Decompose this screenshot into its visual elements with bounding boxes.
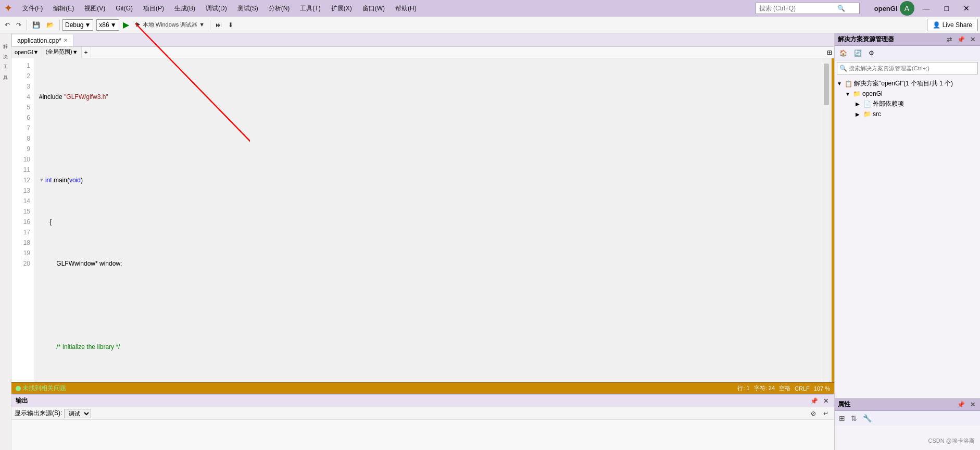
editor-scrollbar[interactable]	[823, 58, 829, 382]
menu-edit[interactable]: 编辑(E)	[49, 2, 78, 15]
user-avatar[interactable]: A	[900, 1, 914, 16]
menu-project[interactable]: 项目(P)	[139, 2, 168, 15]
ext-expand-icon[interactable]: ▶	[856, 101, 862, 107]
se-tb-home[interactable]: 🏠	[837, 48, 850, 58]
project-expand-icon[interactable]: ▼	[845, 91, 851, 97]
solution-icon: 📋	[845, 80, 852, 88]
close-button[interactable]: ✕	[957, 0, 976, 17]
menu-file[interactable]: 文件(F)	[18, 2, 47, 15]
line-num-19: 19	[16, 248, 30, 258]
menu-analyze[interactable]: 分析(N)	[265, 2, 294, 15]
properties-pin-btn[interactable]: 📌	[956, 401, 966, 409]
tb-sep2	[59, 20, 60, 30]
sidebar-icon-3[interactable]: 工	[1, 56, 10, 66]
solution-search-input[interactable]	[849, 65, 975, 71]
breadcrumb-scope1-label: openGl	[15, 49, 33, 55]
run-button[interactable]: ▶	[120, 18, 132, 31]
live-share-button[interactable]: 👤 Live Share	[927, 19, 978, 31]
breadcrumb-action1[interactable]: ⊞	[825, 47, 834, 58]
left-sidebar: 解 决 工 具	[0, 33, 11, 450]
se-sync-btn[interactable]: ⇄	[945, 35, 953, 44]
sidebar-icon-1[interactable]: 解	[1, 35, 10, 45]
platform-dropdown[interactable]: x86 ▼	[96, 19, 119, 31]
tree-item-project[interactable]: ▼ 📁 openGl	[835, 89, 980, 98]
code-area: 1 2 3 4 5 6 7 8 9 10 11 12 13 14 15 16 1	[11, 58, 834, 382]
logo-icon: ✦	[4, 3, 12, 14]
menu-git[interactable]: Git(G)	[111, 3, 137, 14]
se-tb-refresh[interactable]: 🔄	[851, 48, 864, 58]
fold-icon-3[interactable]: ▼	[39, 175, 44, 185]
status-dot	[16, 386, 21, 391]
project-label: openGl	[862, 90, 883, 97]
debug-config-label: Debug	[65, 21, 83, 29]
tree-item-src[interactable]: ▶ 📁 src	[835, 109, 980, 119]
menu-debug[interactable]: 调试(D)	[202, 2, 231, 15]
breadcrumb-add[interactable]: +	[82, 47, 91, 58]
tb-undo[interactable]: ↶	[2, 20, 12, 30]
output-source-label: 显示输出来源(S):	[15, 409, 62, 418]
menu-tools[interactable]: 工具(T)	[296, 2, 324, 15]
line-num-6: 6	[16, 113, 30, 123]
se-pin-btn[interactable]: 📌	[956, 35, 966, 44]
output-wrap-btn[interactable]: ↵	[821, 408, 831, 419]
tb-save[interactable]: 💾	[30, 20, 43, 30]
tb-sep3	[210, 20, 210, 30]
maximize-button[interactable]: □	[938, 0, 955, 17]
line-numbers: 1 2 3 4 5 6 7 8 9 10 11 12 13 14 15 16 1	[11, 58, 35, 382]
solution-expand-icon[interactable]: ▼	[837, 81, 843, 86]
prop-filter-btn[interactable]: 🔧	[861, 414, 874, 423]
output-pin-icon[interactable]: 📌	[809, 397, 820, 405]
tab-close-icon[interactable]: ✕	[64, 38, 68, 43]
menu-test[interactable]: 测试(S)	[233, 2, 262, 15]
sidebar-icon-4[interactable]: 具	[1, 67, 10, 76]
output-source-select[interactable]: 调试	[64, 409, 91, 418]
tree-item-external-deps[interactable]: ▶ 📄 外部依赖项	[835, 98, 980, 109]
tab-label: application.cpp*	[17, 37, 61, 44]
line-num-1: 1	[16, 60, 30, 71]
prop-sort-btn[interactable]: ⇅	[849, 414, 859, 423]
tab-application-cpp[interactable]: application.cpp* ✕	[11, 34, 73, 46]
tree-item-solution[interactable]: ▼ 📋 解决方案"openGl"(1 个项目/共 1 个)	[835, 78, 980, 89]
global-search[interactable]: 🔍	[756, 3, 860, 14]
menu-ext[interactable]: 扩展(X)	[327, 2, 356, 15]
breadcrumb-scope2-label: (全局范围)	[45, 48, 72, 56]
tb-redo[interactable]: ↷	[14, 20, 24, 30]
tb-step-over[interactable]: ⏭	[213, 20, 224, 30]
code-line-2	[39, 133, 819, 144]
line-num-20: 20	[16, 258, 30, 269]
menu-view[interactable]: 视图(V)	[80, 2, 109, 15]
solution-label: 解决方案"openGl"(1 个项目/共 1 个)	[854, 79, 953, 88]
properties-close-btn[interactable]: ✕	[969, 401, 977, 409]
output-clear-btn[interactable]: ⊘	[808, 408, 819, 419]
menu-build[interactable]: 生成(B)	[170, 2, 199, 15]
tb-open[interactable]: 📂	[44, 20, 57, 30]
tb-step-in[interactable]: ⬇	[225, 20, 236, 30]
src-expand-icon[interactable]: ▶	[856, 111, 862, 117]
output-close-icon[interactable]: ✕	[822, 397, 830, 405]
breadcrumb-scope2[interactable]: (全局范围) ▼	[42, 47, 81, 58]
run-config-label[interactable]: ▶ 本地 Windows 调试器 ▼	[133, 19, 208, 30]
code-line-4: {	[39, 217, 819, 227]
sidebar-icon-2[interactable]: 决	[1, 46, 10, 55]
code-line-7: /* Initialize the library */	[39, 342, 819, 352]
debug-config-dropdown[interactable]: Debug ▼	[62, 19, 93, 31]
se-close-btn[interactable]: ✕	[969, 35, 977, 44]
solution-explorer-header: 解决方案资源管理器 ⇄ 📌 ✕	[835, 33, 980, 46]
live-share-icon: 👤	[933, 21, 940, 29]
toolbar: ↶ ↷ 💾 📂 Debug ▼ x86 ▼ ▶ ▶ 本地 Windows 调试器…	[0, 17, 980, 33]
solution-toolbar: 🏠 🔄 ⚙	[835, 46, 980, 60]
search-input[interactable]	[759, 5, 837, 12]
menu-help[interactable]: 帮助(H)	[391, 2, 421, 15]
minimize-button[interactable]: —	[916, 0, 936, 17]
platform-label: x86	[99, 21, 109, 29]
prop-grid-btn[interactable]: ⊞	[837, 414, 847, 423]
solution-search-box[interactable]: 🔍	[837, 62, 978, 74]
se-tb-settings[interactable]: ⚙	[866, 48, 877, 58]
solution-search-icon: 🔍	[839, 65, 847, 72]
line-num-4: 4	[16, 92, 30, 102]
scroll-thumb[interactable]	[824, 64, 829, 105]
status-text: 未找到相关问题	[22, 384, 66, 393]
menu-window[interactable]: 窗口(W)	[358, 2, 389, 15]
breadcrumb-scope1[interactable]: openGl ▼	[11, 47, 42, 58]
code-content[interactable]: #include "GLFW/glfw3.h" ▼ int main(void)…	[35, 58, 823, 382]
